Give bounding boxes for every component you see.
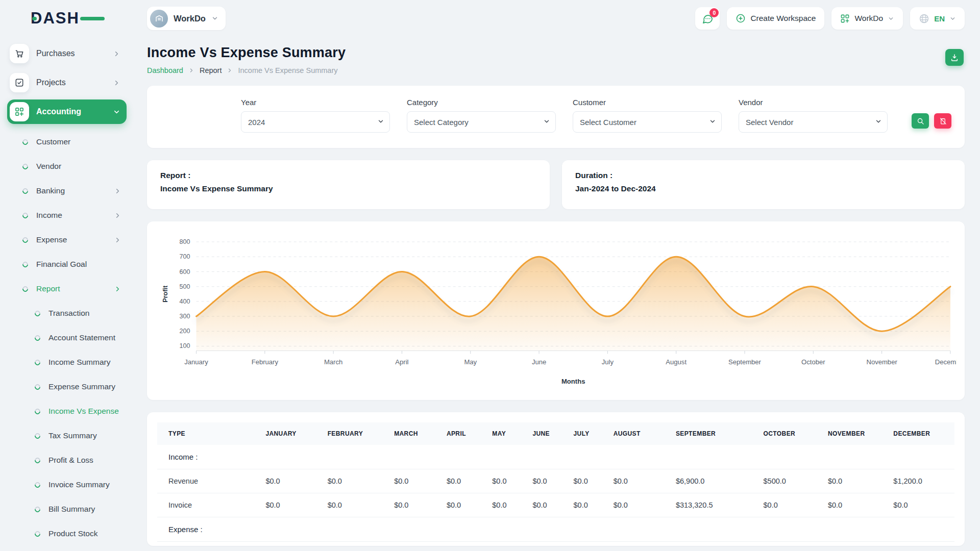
filter-field-year: Year2024 [241, 98, 390, 133]
ring-icon [21, 187, 29, 194]
svg-text:February: February [252, 358, 279, 366]
page-header: Income Vs Expense Summary Dashboard Repo… [147, 45, 965, 74]
duration-card: Duration : Jan-2024 to Dec-2024 [562, 160, 965, 209]
workspace-switcher[interactable]: WorkDo [147, 7, 226, 30]
svg-text:May: May [464, 358, 477, 366]
sidebar-item-purchases[interactable]: Purchases [7, 41, 127, 66]
table-col-september: SEPTEMBER [670, 422, 757, 445]
summary-row: Report : Income Vs Expense Summary Durat… [147, 160, 965, 209]
sidebar-item-accounting[interactable]: Accounting [7, 99, 127, 124]
filter-label-year: Year [241, 98, 390, 107]
table-col-july: JULY [568, 422, 607, 445]
vendor-select[interactable]: Select Vendor [739, 111, 888, 133]
sidebar-nav: PurchasesProjectsAccounting CustomerVend… [7, 41, 127, 551]
ring-icon [34, 481, 41, 488]
value-cell-revenue-july: $0.0 [568, 469, 607, 493]
ring-icon [34, 334, 41, 341]
value-cell-invoice-september: $313,320.5 [670, 493, 757, 517]
breadcrumb-dashboard[interactable]: Dashboard [147, 66, 183, 74]
building-icon [155, 14, 164, 23]
svg-text:October: October [801, 358, 825, 366]
dash-logo[interactable]: DASH [7, 0, 127, 37]
ring-icon [34, 407, 41, 415]
sidebar-subitem-account-statement[interactable]: Account Statement [7, 325, 127, 350]
globe-icon [919, 13, 929, 24]
sidebar-subitem-vendor[interactable]: Vendor [7, 154, 127, 179]
ring-icon [34, 456, 41, 464]
apply-filter-button[interactable] [912, 113, 929, 129]
checkbox-icon [14, 78, 24, 88]
sidebar-subitem-customer[interactable]: Customer [7, 130, 127, 154]
sidebar-subitem-income[interactable]: Income [7, 203, 127, 228]
value-cell-invoice-may: $0.0 [486, 493, 526, 517]
workdo-menu-button[interactable]: WorkDo [831, 7, 903, 30]
sidebar-subitem-banking[interactable]: Banking [7, 179, 127, 203]
sidebar-subitem-label: Vendor [36, 162, 61, 171]
grid-plus-icon [840, 14, 850, 23]
filter-field-vendor: VendorSelect Vendor [739, 98, 888, 133]
sidebar: DASH PurchasesProjectsAccounting Custome… [0, 0, 134, 551]
customer-select[interactable]: Select Customer [573, 111, 722, 133]
sidebar-subitem-label: Income [36, 211, 62, 220]
ring-icon [34, 530, 41, 537]
sidebar-subitem-product-stock[interactable]: Product Stock [7, 521, 127, 546]
svg-text:DASH: DASH [31, 9, 80, 27]
table-col-march: MARCH [388, 422, 440, 445]
sidebar-subitem-transaction[interactable]: Transaction [7, 301, 127, 325]
sidebar-subitem-label: Banking [36, 186, 65, 195]
sidebar-subitem-report[interactable]: Report [7, 277, 127, 301]
svg-text:200: 200 [179, 328, 190, 335]
grid-plus-icon [14, 107, 24, 117]
svg-text:400: 400 [179, 298, 190, 305]
sidebar-subitem-label: Bill Summary [48, 505, 95, 514]
sidebar-subitem-expense-summary[interactable]: Expense Summary [7, 374, 127, 399]
sidebar-subitem-tax-summary[interactable]: Tax Summary [7, 423, 127, 448]
sidebar-subitem-cash-flow[interactable]: Cash Flow [7, 546, 127, 551]
sidebar-subitem-financial-goal[interactable]: Financial Goal [7, 252, 127, 277]
sidebar-subitem-income-summary[interactable]: Income Summary [7, 350, 127, 374]
chevron-down-icon [949, 15, 956, 22]
ring-icon [21, 138, 29, 145]
download-report-button[interactable] [945, 49, 964, 66]
breadcrumb-report[interactable]: Report [200, 66, 222, 74]
create-workspace-button[interactable]: Create Workspace [727, 7, 824, 30]
year-select[interactable]: 2024 [241, 111, 390, 133]
sidebar-item-projects[interactable]: Projects [7, 70, 127, 95]
table-col-december: DECEMBER [887, 422, 954, 445]
sidebar-subitem-bill-summary[interactable]: Bill Summary [7, 497, 127, 521]
table-section-row-expense: Expense : [157, 517, 954, 542]
sidebar-subitem-income-vs-expense[interactable]: Income Vs Expense [7, 399, 127, 423]
workspace-avatar [150, 10, 168, 28]
page-title: Income Vs Expense Summary [147, 45, 965, 61]
value-cell-revenue-may: $0.0 [486, 469, 526, 493]
sidebar-subitem-label: Income Summary [48, 358, 110, 367]
reset-filter-button[interactable] [934, 113, 951, 129]
svg-text:November: November [866, 358, 897, 366]
value-cell-invoice-august: $0.0 [607, 493, 670, 517]
filter-fields: Year2024CategorySelect CategoryCustomerS… [160, 98, 888, 133]
grid-plus-icon [10, 102, 29, 121]
language-button[interactable]: EN [910, 7, 965, 30]
cart-icon [10, 44, 29, 63]
filter-actions [912, 98, 951, 133]
svg-text:March: March [324, 358, 342, 366]
ring-icon [21, 285, 29, 292]
svg-text:300: 300 [179, 313, 190, 320]
value-cell-invoice-november: $0.0 [822, 493, 887, 517]
filter-card: Year2024CategorySelect CategoryCustomerS… [147, 86, 965, 148]
income-expense-table-card: TYPEJANUARYFEBRUARYMARCHAPRILMAYJUNEJULY… [147, 412, 965, 546]
value-cell-revenue-december: $1,200.0 [887, 469, 954, 493]
category-select[interactable]: Select Category [407, 111, 556, 133]
value-cell-invoice-january: $0.0 [259, 493, 321, 517]
sidebar-subitem-expense[interactable]: Expense [7, 228, 127, 252]
sidebar-item-label: Projects [36, 78, 106, 87]
messages-button[interactable]: 0 [695, 7, 720, 30]
table-col-february: FEBRUARY [322, 422, 388, 445]
sidebar-subitem-profit-loss[interactable]: Profit & Loss [7, 448, 127, 472]
row-type-cell: Invoice [157, 493, 259, 517]
sidebar-subitem-label: Product Stock [48, 529, 98, 538]
value-cell-revenue-january: $0.0 [259, 469, 321, 493]
chevron-down-icon [211, 15, 218, 22]
clear-filter-icon [939, 117, 947, 125]
sidebar-subitem-invoice-summary[interactable]: Invoice Summary [7, 472, 127, 497]
